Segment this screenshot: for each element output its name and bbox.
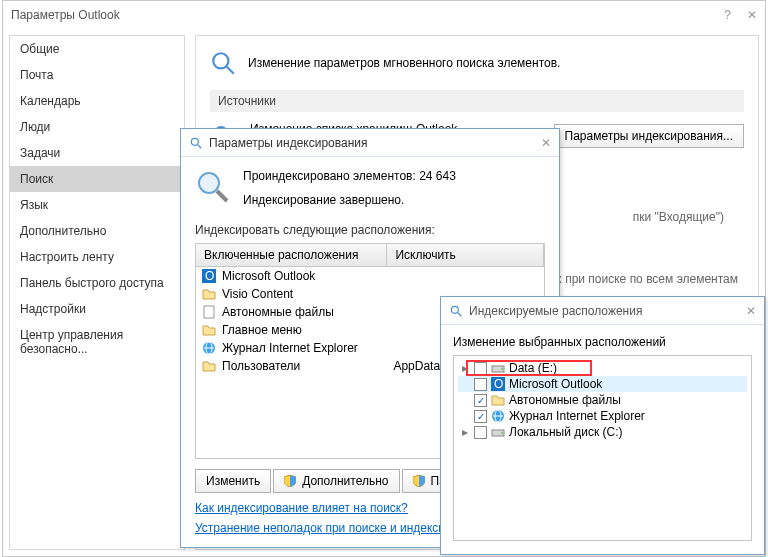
app-icon: [449, 304, 463, 318]
shield-icon: [284, 475, 296, 487]
table-row[interactable]: OMicrosoft Outlook: [196, 267, 544, 285]
sidebar-item-calendar[interactable]: Календарь: [10, 88, 184, 114]
help-icon[interactable]: ?: [724, 1, 731, 29]
sidebar-item-ribbon[interactable]: Настроить ленту: [10, 244, 184, 270]
sidebar-item-quickaccess[interactable]: Панель быстрого доступа: [10, 270, 184, 296]
close-icon[interactable]: ✕: [746, 297, 756, 325]
window-title: Параметры Outlook: [11, 1, 120, 29]
expand-icon[interactable]: ▸: [460, 361, 470, 375]
svg-line-1: [226, 66, 234, 74]
sidebar-item-general[interactable]: Общие: [10, 36, 184, 62]
close-icon[interactable]: ✕: [747, 1, 757, 29]
tree-item[interactable]: Автономные файлы: [458, 392, 747, 408]
checkbox[interactable]: [474, 394, 487, 407]
modify-button[interactable]: Изменить: [195, 469, 271, 493]
svg-point-5: [191, 138, 198, 145]
svg-text:O: O: [205, 269, 214, 283]
indexed-count: Проиндексировано элементов: 24 643: [243, 169, 456, 183]
svg-point-0: [213, 53, 228, 68]
advanced-button[interactable]: Дополнительно: [273, 469, 399, 493]
svg-point-23: [501, 432, 503, 434]
titlebar: Параметры Outlook ? ✕: [3, 1, 765, 29]
tree-item-label: Локальный диск (C:): [509, 425, 623, 439]
sidebar-item-people[interactable]: Люди: [10, 114, 184, 140]
expand-icon[interactable]: ▸: [460, 425, 470, 439]
checkbox[interactable]: [474, 378, 487, 391]
checkbox[interactable]: [474, 362, 487, 375]
tree-item[interactable]: ▸Локальный диск (C:): [458, 424, 747, 440]
svg-line-8: [217, 191, 227, 201]
sidebar: Общие Почта Календарь Люди Задачи Поиск …: [9, 35, 185, 550]
sidebar-item-mail[interactable]: Почта: [10, 62, 184, 88]
svg-rect-11: [204, 306, 214, 318]
window-title: Параметры индексирования: [209, 129, 367, 157]
tree-item-label: Microsoft Outlook: [509, 377, 602, 391]
tree-item-label: Data (E:): [509, 361, 557, 375]
col-excluded[interactable]: Исключить: [387, 244, 544, 266]
svg-point-17: [501, 368, 503, 370]
window-title: Индексируемые расположения: [469, 297, 642, 325]
sidebar-item-language[interactable]: Язык: [10, 192, 184, 218]
locations-tree: ▸Data (E:)OMicrosoft OutlookАвтономные ф…: [453, 355, 752, 541]
tree-item[interactable]: Журнал Internet Explorer: [458, 408, 747, 424]
col-included[interactable]: Включенные расположения: [196, 244, 387, 266]
svg-line-15: [458, 312, 462, 316]
titlebar: Параметры индексирования ✕: [181, 129, 559, 157]
locations-label: Индексировать следующие расположения:: [195, 223, 545, 237]
change-locations-label: Изменение выбранных расположений: [453, 335, 752, 349]
checkbox[interactable]: [474, 426, 487, 439]
tree-item[interactable]: OMicrosoft Outlook: [458, 376, 747, 392]
sidebar-item-advanced[interactable]: Дополнительно: [10, 218, 184, 244]
svg-point-7: [199, 173, 219, 193]
sidebar-item-addins[interactable]: Надстройки: [10, 296, 184, 322]
tree-item-label: Журнал Internet Explorer: [509, 409, 645, 423]
svg-point-14: [451, 306, 458, 313]
titlebar: Индексируемые расположения ✕: [441, 297, 764, 325]
tree-item-label: Автономные файлы: [509, 393, 621, 407]
svg-line-6: [198, 144, 202, 148]
search-icon: [210, 50, 236, 76]
sidebar-item-search[interactable]: Поиск: [10, 166, 184, 192]
app-icon: [189, 136, 203, 150]
svg-text:O: O: [494, 377, 503, 391]
close-icon[interactable]: ✕: [541, 129, 551, 157]
indexed-locations-window: Индексируемые расположения ✕ Изменение в…: [440, 296, 765, 555]
checkbox[interactable]: [474, 410, 487, 423]
page-heading: Изменение параметров мгновенного поиска …: [248, 56, 560, 70]
section-sources: Источники: [210, 90, 744, 112]
shield-icon: [413, 475, 425, 487]
indexing-status: Индексирование завершено.: [243, 193, 456, 207]
sidebar-item-trustcenter[interactable]: Центр управления безопасно...: [10, 322, 184, 362]
index-icon: [195, 169, 231, 205]
indexing-options-button[interactable]: Параметры индексирования...: [554, 124, 745, 148]
tree-item[interactable]: ▸Data (E:): [458, 360, 747, 376]
sidebar-item-tasks[interactable]: Задачи: [10, 140, 184, 166]
